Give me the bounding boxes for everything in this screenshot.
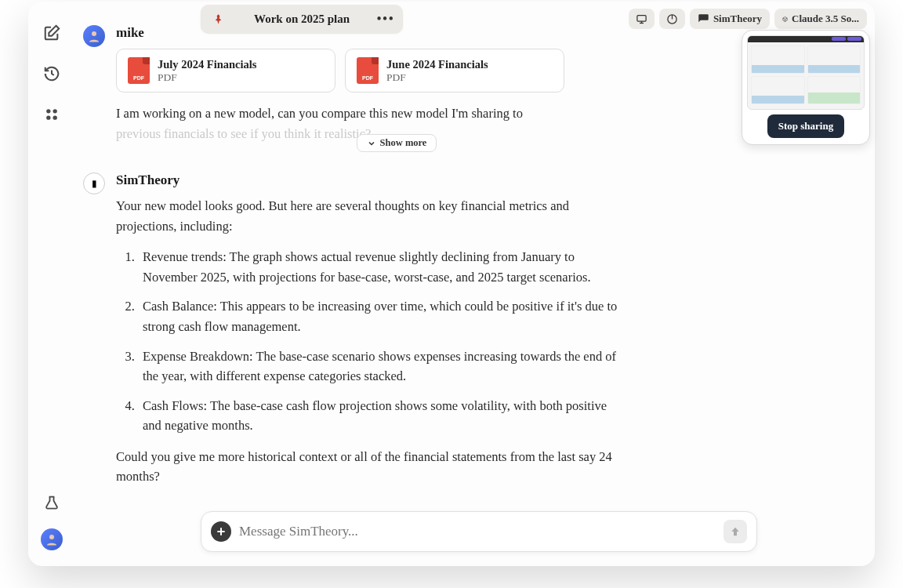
svg-point-5 <box>49 535 54 539</box>
message-composer <box>201 511 757 552</box>
user-message-avatar <box>83 25 105 47</box>
attachment-title: July 2024 Financials <box>158 58 257 71</box>
svg-point-1 <box>53 109 57 113</box>
model-chip[interactable]: Claude 3.5 So... <box>774 9 867 29</box>
attachment-title: June 2024 Financials <box>386 58 488 71</box>
bot-point: Expense Breakdown: The base-case scenari… <box>138 347 618 387</box>
show-more-label: Show more <box>380 137 427 149</box>
send-button[interactable] <box>723 520 747 543</box>
history-icon[interactable] <box>42 64 61 83</box>
chevron-down-icon <box>367 139 376 148</box>
svg-point-11 <box>92 31 96 36</box>
screen-share-preview: Stop sharing <box>742 30 870 145</box>
pdf-icon: PDF <box>357 57 379 84</box>
assistant-chip-label: SimTheory <box>713 13 762 25</box>
bot-outro-text: Could you give me more historical contex… <box>116 447 618 487</box>
screen-icon[interactable] <box>629 9 655 29</box>
lab-icon[interactable] <box>42 494 61 513</box>
attachment-type: PDF <box>158 71 257 84</box>
power-icon[interactable] <box>659 9 685 29</box>
bot-point: Cash Flows: The base-case cash flow proj… <box>138 396 618 436</box>
attachment-item[interactable]: PDF July 2024 Financials PDF <box>116 49 335 93</box>
svg-point-0 <box>46 109 50 113</box>
model-chip-label: Claude 3.5 So... <box>792 13 859 25</box>
message-input[interactable] <box>239 524 716 539</box>
stop-sharing-button[interactable]: Stop sharing <box>767 114 844 138</box>
more-icon[interactable]: ••• <box>375 8 397 30</box>
pin-icon[interactable] <box>207 8 229 30</box>
bot-point: Cash Balance: This appears to be increas… <box>138 296 618 336</box>
bot-message-avatar: ▮ <box>83 172 105 194</box>
chat-title[interactable]: Work on 2025 plan <box>230 9 373 29</box>
new-chat-icon[interactable] <box>42 24 61 42</box>
share-thumbnail[interactable] <box>747 35 865 110</box>
show-more-button[interactable]: Show more <box>357 134 437 152</box>
pdf-icon: PDF <box>128 57 150 84</box>
attachment-type: PDF <box>386 71 488 84</box>
svg-point-3 <box>53 116 57 120</box>
bot-intro-text: Your new model looks good. But here are … <box>116 196 618 236</box>
bot-name: SimTheory <box>116 172 618 188</box>
assistant-chip[interactable]: SimTheory <box>690 9 770 29</box>
title-pill: Work on 2025 plan ••• <box>201 5 403 33</box>
user-avatar[interactable] <box>41 528 63 550</box>
svg-rect-6 <box>637 15 646 21</box>
add-attachment-button[interactable] <box>211 521 231 542</box>
attachment-item[interactable]: PDF June 2024 Financials PDF <box>345 49 564 93</box>
bot-point: Revenue trends: The graph shows actual r… <box>138 247 618 287</box>
apps-icon[interactable] <box>42 105 61 124</box>
svg-point-2 <box>46 116 50 120</box>
